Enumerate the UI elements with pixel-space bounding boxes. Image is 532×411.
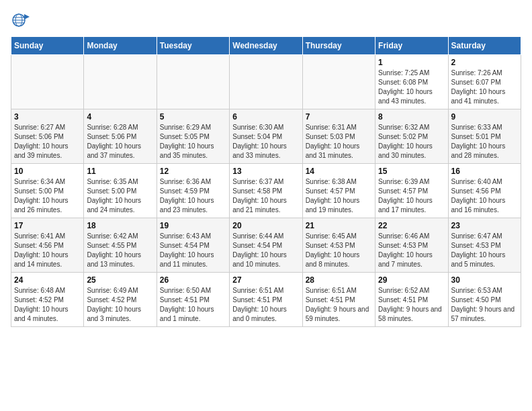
- weekday-header-monday: Monday: [84, 37, 157, 55]
- day-number: 8: [378, 112, 445, 122]
- weekday-header-sunday: Sunday: [11, 37, 84, 55]
- day-number: 15: [378, 167, 445, 176]
- day-number: 1: [378, 58, 445, 67]
- weekday-header-saturday: Saturday: [448, 37, 521, 55]
- day-number: 24: [14, 275, 81, 285]
- calendar-cell: 15Sunrise: 6:39 AM Sunset: 4:57 PM Dayli…: [375, 164, 448, 218]
- calendar-week-2: 3Sunrise: 6:27 AM Sunset: 5:06 PM Daylig…: [11, 109, 521, 164]
- day-number: 13: [232, 167, 299, 176]
- day-number: 2: [451, 58, 518, 67]
- day-info: Sunrise: 6:46 AM Sunset: 4:53 PM Dayligh…: [378, 232, 445, 269]
- day-number: 28: [306, 275, 372, 285]
- day-number: 7: [306, 112, 372, 122]
- calendar-week-3: 10Sunrise: 6:34 AM Sunset: 5:00 PM Dayli…: [11, 164, 521, 218]
- day-info: Sunrise: 6:44 AM Sunset: 4:54 PM Dayligh…: [232, 232, 299, 269]
- calendar-cell: 24Sunrise: 6:48 AM Sunset: 4:52 PM Dayli…: [11, 273, 84, 327]
- day-info: Sunrise: 6:51 AM Sunset: 4:51 PM Dayligh…: [306, 286, 372, 324]
- day-info: Sunrise: 6:33 AM Sunset: 5:01 PM Dayligh…: [451, 123, 518, 161]
- day-number: 17: [14, 221, 81, 230]
- calendar-cell: 25Sunrise: 6:49 AM Sunset: 4:52 PM Dayli…: [84, 273, 157, 327]
- day-info: Sunrise: 6:28 AM Sunset: 5:06 PM Dayligh…: [87, 123, 153, 161]
- weekday-header-wednesday: Wednesday: [230, 37, 302, 55]
- day-info: Sunrise: 6:50 AM Sunset: 4:51 PM Dayligh…: [160, 286, 226, 324]
- day-number: 27: [232, 275, 299, 285]
- day-info: Sunrise: 6:29 AM Sunset: 5:05 PM Dayligh…: [160, 123, 226, 161]
- day-info: Sunrise: 6:41 AM Sunset: 4:56 PM Dayligh…: [14, 232, 81, 269]
- calendar-cell: 22Sunrise: 6:46 AM Sunset: 4:53 PM Dayli…: [375, 218, 448, 273]
- calendar-cell: 19Sunrise: 6:43 AM Sunset: 4:54 PM Dayli…: [157, 218, 229, 273]
- day-info: Sunrise: 6:49 AM Sunset: 4:52 PM Dayligh…: [87, 286, 153, 324]
- day-number: 9: [451, 112, 518, 122]
- day-info: Sunrise: 6:36 AM Sunset: 4:59 PM Dayligh…: [160, 177, 226, 215]
- calendar-cell: 18Sunrise: 6:42 AM Sunset: 4:55 PM Dayli…: [84, 218, 157, 273]
- day-number: 26: [160, 275, 226, 285]
- calendar-cell: 11Sunrise: 6:35 AM Sunset: 5:00 PM Dayli…: [84, 164, 157, 218]
- day-info: Sunrise: 6:39 AM Sunset: 4:57 PM Dayligh…: [378, 177, 445, 215]
- calendar-cell: 4Sunrise: 6:28 AM Sunset: 5:06 PM Daylig…: [84, 109, 157, 164]
- day-info: Sunrise: 6:45 AM Sunset: 4:53 PM Dayligh…: [306, 232, 372, 269]
- day-info: Sunrise: 6:32 AM Sunset: 5:02 PM Dayligh…: [378, 123, 445, 161]
- day-number: 23: [451, 221, 518, 230]
- day-number: 16: [451, 167, 518, 176]
- day-info: Sunrise: 6:30 AM Sunset: 5:04 PM Dayligh…: [232, 123, 299, 161]
- day-info: Sunrise: 6:27 AM Sunset: 5:06 PM Dayligh…: [14, 123, 81, 161]
- calendar-cell: 6Sunrise: 6:30 AM Sunset: 5:04 PM Daylig…: [230, 109, 302, 164]
- day-info: Sunrise: 6:35 AM Sunset: 5:00 PM Dayligh…: [87, 177, 153, 215]
- calendar-cell: 30Sunrise: 6:53 AM Sunset: 4:50 PM Dayli…: [448, 273, 521, 327]
- calendar-cell: [84, 55, 157, 109]
- day-number: 20: [232, 221, 299, 230]
- calendar-cell: 14Sunrise: 6:38 AM Sunset: 4:57 PM Dayli…: [302, 164, 375, 218]
- day-number: 5: [160, 112, 226, 122]
- calendar-cell: 17Sunrise: 6:41 AM Sunset: 4:56 PM Dayli…: [11, 218, 84, 273]
- day-info: Sunrise: 6:42 AM Sunset: 4:55 PM Dayligh…: [87, 232, 153, 269]
- day-number: 14: [306, 167, 372, 176]
- day-info: Sunrise: 6:34 AM Sunset: 5:00 PM Dayligh…: [14, 177, 81, 215]
- calendar-cell: [157, 55, 229, 109]
- day-info: Sunrise: 6:47 AM Sunset: 4:53 PM Dayligh…: [451, 232, 518, 269]
- calendar-cell: 13Sunrise: 6:37 AM Sunset: 4:58 PM Dayli…: [230, 164, 302, 218]
- day-number: 3: [14, 112, 81, 122]
- calendar-cell: 3Sunrise: 6:27 AM Sunset: 5:06 PM Daylig…: [11, 109, 84, 164]
- day-number: 30: [451, 275, 518, 285]
- day-number: 29: [378, 275, 445, 285]
- day-number: 4: [87, 112, 153, 122]
- calendar-cell: 27Sunrise: 6:51 AM Sunset: 4:51 PM Dayli…: [230, 273, 302, 327]
- calendar-cell: 8Sunrise: 6:32 AM Sunset: 5:02 PM Daylig…: [375, 109, 448, 164]
- day-info: Sunrise: 6:48 AM Sunset: 4:52 PM Dayligh…: [14, 286, 81, 324]
- calendar-cell: 5Sunrise: 6:29 AM Sunset: 5:05 PM Daylig…: [157, 109, 229, 164]
- calendar-cell: 10Sunrise: 6:34 AM Sunset: 5:00 PM Dayli…: [11, 164, 84, 218]
- calendar-cell: [11, 55, 84, 109]
- calendar-cell: 28Sunrise: 6:51 AM Sunset: 4:51 PM Dayli…: [302, 273, 375, 327]
- day-number: 22: [378, 221, 445, 230]
- calendar-cell: 23Sunrise: 6:47 AM Sunset: 4:53 PM Dayli…: [448, 218, 521, 273]
- calendar-cell: 21Sunrise: 6:45 AM Sunset: 4:53 PM Dayli…: [302, 218, 375, 273]
- day-info: Sunrise: 6:51 AM Sunset: 4:51 PM Dayligh…: [232, 286, 299, 324]
- calendar-cell: 2Sunrise: 7:26 AM Sunset: 6:07 PM Daylig…: [448, 55, 521, 109]
- weekday-header-friday: Friday: [375, 37, 448, 55]
- calendar-table: SundayMondayTuesdayWednesdayThursdayFrid…: [11, 36, 521, 327]
- calendar-cell: 26Sunrise: 6:50 AM Sunset: 4:51 PM Dayli…: [157, 273, 229, 327]
- calendar-cell: 16Sunrise: 6:40 AM Sunset: 4:56 PM Dayli…: [448, 164, 521, 218]
- day-info: Sunrise: 6:37 AM Sunset: 4:58 PM Dayligh…: [232, 177, 299, 215]
- calendar-week-4: 17Sunrise: 6:41 AM Sunset: 4:56 PM Dayli…: [11, 218, 521, 273]
- calendar-cell: 7Sunrise: 6:31 AM Sunset: 5:03 PM Daylig…: [302, 109, 375, 164]
- day-info: Sunrise: 6:53 AM Sunset: 4:50 PM Dayligh…: [451, 286, 518, 324]
- day-info: Sunrise: 6:38 AM Sunset: 4:57 PM Dayligh…: [306, 177, 372, 215]
- weekday-header-thursday: Thursday: [302, 37, 375, 55]
- day-number: 25: [87, 275, 153, 285]
- day-info: Sunrise: 7:26 AM Sunset: 6:07 PM Dayligh…: [451, 68, 518, 106]
- day-number: 6: [232, 112, 299, 122]
- logo: [11, 11, 34, 30]
- day-info: Sunrise: 6:43 AM Sunset: 4:54 PM Dayligh…: [160, 232, 226, 269]
- calendar-cell: 1Sunrise: 7:25 AM Sunset: 6:08 PM Daylig…: [375, 55, 448, 109]
- calendar-cell: 29Sunrise: 6:52 AM Sunset: 4:51 PM Dayli…: [375, 273, 448, 327]
- calendar-cell: 20Sunrise: 6:44 AM Sunset: 4:54 PM Dayli…: [230, 218, 302, 273]
- day-number: 10: [14, 167, 81, 176]
- day-number: 21: [306, 221, 372, 230]
- logo-icon: [11, 11, 30, 30]
- day-info: Sunrise: 7:25 AM Sunset: 6:08 PM Dayligh…: [378, 68, 445, 106]
- calendar-cell: 9Sunrise: 6:33 AM Sunset: 5:01 PM Daylig…: [448, 109, 521, 164]
- day-number: 18: [87, 221, 153, 230]
- day-info: Sunrise: 6:31 AM Sunset: 5:03 PM Dayligh…: [306, 123, 372, 161]
- calendar-cell: [230, 55, 302, 109]
